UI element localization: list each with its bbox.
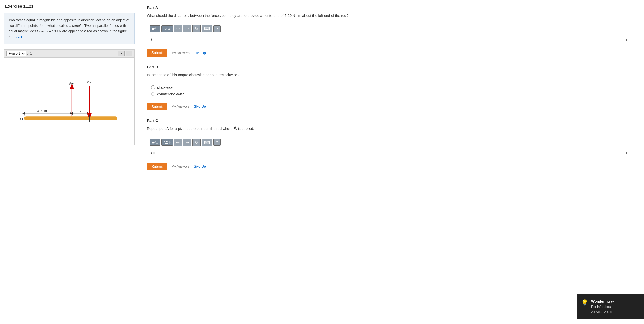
part-b-submit-btn[interactable]: Submit: [147, 103, 167, 110]
figure-section: Figure 1 of 1 ‹ › O 3.00 m l: [4, 49, 135, 145]
exercise-title: Exercise 11.21: [0, 0, 139, 11]
notification-line2: All Apps > Ge: [591, 310, 612, 314]
part-c-input-row: l = m: [150, 149, 633, 157]
svg-rect-0: [24, 117, 117, 121]
part-a-refresh-btn[interactable]: ↻: [192, 25, 201, 32]
notification-text: Wondering w For info abou All Apps > Ge: [591, 299, 614, 314]
part-b-my-answers: My Answers: [172, 104, 190, 108]
problem-text: Two forces equal in magnitude and opposi…: [9, 18, 129, 39]
notification-panel[interactable]: 💡 Wondering w For info abou All Apps > G…: [577, 294, 644, 319]
part-c-input-label: l =: [151, 151, 155, 155]
part-b-action-row: Submit My Answers Give Up: [147, 103, 636, 110]
part-a-input-row: l = m: [150, 35, 633, 43]
figure-of-label: of 1: [27, 52, 32, 55]
svg-text:2: 2: [89, 82, 91, 84]
part-b-radio-box: clockwise counterclockwise: [147, 82, 636, 100]
part-a-question: What should the distance l between the f…: [147, 13, 636, 19]
svg-text:3.00 m: 3.00 m: [37, 109, 47, 113]
figure-link[interactable]: Figure 1: [10, 35, 23, 39]
part-c-section: Part C Repeat part A for a pivot at the …: [147, 113, 636, 173]
part-a-submit-btn[interactable]: Submit: [147, 49, 167, 57]
part-c-title: Part C: [147, 118, 636, 123]
part-a-my-answers: My Answers: [172, 51, 190, 55]
svg-text:l: l: [80, 109, 81, 113]
part-a-answer-box: ■√□ ΑΣΦ ↩ ↪ ↻ ⌨ ? l = m: [147, 22, 636, 46]
notification-line1: For info abou: [591, 305, 611, 309]
part-c-math-btn[interactable]: ■√□: [150, 139, 160, 146]
part-a-math-btn[interactable]: ■√□: [150, 25, 160, 32]
part-a-give-up[interactable]: Give Up: [194, 51, 206, 55]
figure-canvas: O 3.00 m l F⃗ 1 F⃗ 2: [4, 58, 134, 145]
part-c-my-answers: My Answers: [172, 164, 190, 168]
part-c-greek-btn[interactable]: ΑΣΦ: [161, 139, 173, 146]
part-a-input[interactable]: [157, 36, 188, 42]
figure-svg: O 3.00 m l F⃗ 1 F⃗ 2: [4, 58, 134, 145]
notification-icon: 💡: [581, 299, 588, 306]
part-c-refresh-btn[interactable]: ↻: [192, 139, 201, 146]
part-b-section: Part B Is the sense of this torque clock…: [147, 59, 636, 113]
part-a-section: Part A What should the distance l betwee…: [147, 0, 636, 59]
svg-text:F⃗: F⃗: [69, 82, 71, 86]
part-a-undo-btn[interactable]: ↩: [174, 25, 182, 32]
part-b-option-counterclockwise[interactable]: counterclockwise: [151, 92, 632, 96]
notification-title: Wondering w: [591, 299, 614, 303]
part-c-action-row: Submit My Answers Give Up: [147, 163, 636, 170]
part-b-question: Is the sense of this torque clockwise or…: [147, 72, 636, 78]
figure-select[interactable]: Figure 1: [6, 51, 26, 56]
part-c-undo-btn[interactable]: ↩: [174, 139, 182, 146]
radio-clockwise[interactable]: [151, 85, 155, 89]
figure-next-btn[interactable]: ›: [126, 51, 132, 56]
part-c-unit: m: [626, 151, 632, 155]
svg-text:O: O: [20, 117, 23, 121]
right-panel: Part A What should the distance l betwee…: [139, 0, 644, 324]
part-c-answer-box: ■√□ ΑΣΦ ↩ ↪ ↻ ⌨ ? l = m: [147, 136, 636, 160]
part-a-redo-btn[interactable]: ↪: [183, 25, 191, 32]
part-b-title: Part B: [147, 65, 636, 69]
part-c-question: Repeat part A for a pivot at the point o…: [147, 126, 636, 132]
part-c-redo-btn[interactable]: ↪: [183, 139, 191, 146]
part-a-unit: m: [626, 37, 632, 41]
part-c-submit-btn[interactable]: Submit: [147, 163, 167, 170]
part-a-keyboard-btn[interactable]: ⌨: [202, 25, 212, 32]
part-c-give-up[interactable]: Give Up: [194, 164, 206, 168]
label-counterclockwise: counterclockwise: [157, 92, 185, 96]
svg-text:F⃗: F⃗: [87, 81, 89, 85]
part-a-greek-btn[interactable]: ΑΣΦ: [161, 25, 173, 32]
part-c-input[interactable]: [157, 150, 188, 156]
figure-toolbar: Figure 1 of 1 ‹ ›: [4, 50, 134, 58]
label-clockwise: clockwise: [157, 85, 173, 90]
part-c-toolbar: ■√□ ΑΣΦ ↩ ↪ ↻ ⌨ ?: [150, 139, 633, 146]
part-a-title: Part A: [147, 5, 636, 10]
part-a-action-row: Submit My Answers Give Up: [147, 49, 636, 57]
svg-text:1: 1: [72, 83, 73, 86]
part-a-toolbar: ■√□ ΑΣΦ ↩ ↪ ↻ ⌨ ?: [150, 25, 633, 32]
radio-counterclockwise[interactable]: [151, 92, 155, 96]
part-a-help-btn[interactable]: ?: [213, 25, 221, 32]
problem-box: Two forces equal in magnitude and opposi…: [4, 13, 135, 44]
part-b-option-clockwise[interactable]: clockwise: [151, 85, 632, 90]
part-a-input-label: l =: [151, 37, 155, 41]
part-c-help-btn[interactable]: ?: [213, 139, 221, 146]
part-b-give-up[interactable]: Give Up: [194, 104, 206, 108]
left-panel: Exercise 11.21 Two forces equal in magni…: [0, 0, 139, 324]
part-c-keyboard-btn[interactable]: ⌨: [202, 139, 212, 146]
figure-prev-btn[interactable]: ‹: [118, 51, 125, 56]
